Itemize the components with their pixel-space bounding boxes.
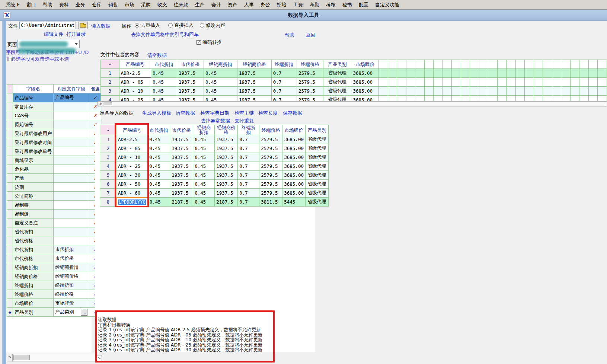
empty-cell[interactable] [461, 69, 470, 78]
field-row-indicator[interactable] [7, 272, 13, 281]
data-cell[interactable]: 0.45 [193, 135, 215, 144]
remove-duplicates-link[interactable]: 去掉重复 [234, 118, 254, 124]
file-table-header-empty[interactable] [397, 60, 406, 69]
menu-item[interactable]: 考勤 [306, 0, 323, 9]
empty-cell[interactable] [525, 87, 534, 96]
field-name-cell[interactable]: 公司简称 [13, 192, 54, 201]
empty-cell[interactable] [497, 78, 506, 87]
field-name-cell[interactable]: 终端价格 [13, 290, 54, 299]
data-cell[interactable]: 0.45 [148, 189, 170, 198]
field-row-indicator[interactable] [7, 174, 13, 183]
menu-item[interactable]: 资产 [224, 0, 241, 9]
data-cell[interactable]: 3685.00 [351, 69, 379, 78]
import-table-header[interactable]: 终端价格 [259, 125, 282, 135]
field-row-indicator[interactable] [7, 263, 13, 272]
file-table-header[interactable]: 市代价格 [177, 60, 204, 69]
empty-cell[interactable] [479, 96, 488, 101]
file-table-header-empty[interactable] [552, 60, 561, 69]
data-cell[interactable]: 1937.5 [170, 153, 193, 162]
read-data-link[interactable]: 读入数据 [91, 23, 111, 29]
data-cell[interactable]: 0.7 [238, 153, 259, 162]
empty-cell[interactable] [598, 69, 607, 78]
data-cell[interactable]: 0.7 [238, 180, 259, 189]
empty-cell[interactable] [388, 96, 397, 101]
data-cell[interactable]: 0.7 [271, 78, 297, 87]
field-row-indicator[interactable] [7, 201, 13, 210]
data-cell[interactable]: 0.45 [193, 189, 215, 198]
field-name-cell[interactable]: 采订最后修改用户 [13, 129, 54, 138]
field-row[interactable]: 市场牌价市场牌价✓ [7, 299, 102, 308]
menu-item[interactable]: 人事 [241, 0, 257, 9]
data-cell[interactable]: 0.45 [148, 135, 170, 144]
field-table-header[interactable]: 对应文件字段 [54, 84, 89, 93]
field-name-cell[interactable]: 省代价格 [13, 236, 54, 245]
field-row[interactable]: 采订最后修改单号✗ [7, 147, 102, 156]
field-row[interactable]: 公司简称✗ [7, 192, 102, 201]
data-cell[interactable]: ADR - 10 [116, 153, 148, 162]
empty-cell[interactable] [406, 78, 415, 87]
data-cell[interactable]: 3685.00 [351, 96, 379, 101]
ellipsis-button[interactable]: … [81, 309, 87, 316]
data-cell[interactable]: ADR - 05 [119, 78, 151, 87]
empty-cell[interactable] [424, 96, 433, 101]
empty-cell[interactable] [552, 78, 561, 87]
field-row[interactable]: 易制爆✗ [7, 210, 102, 218]
empty-cell[interactable] [515, 87, 524, 96]
row-number-cell[interactable]: 7 [100, 189, 116, 198]
field-name-cell[interactable]: 产品类别 [13, 308, 54, 317]
data-cell[interactable]: 0.7 [238, 162, 259, 171]
empty-cell[interactable] [397, 78, 406, 87]
empty-cell[interactable] [388, 69, 397, 78]
generate-template-link[interactable]: 生成导入模板 [142, 110, 171, 116]
data-cell[interactable]: 1937.5 [170, 162, 193, 171]
empty-cell[interactable] [588, 69, 597, 78]
field-row[interactable]: 市代价格市代价格✓ [7, 254, 102, 263]
import-table-header[interactable]: 经销商价格 [215, 125, 238, 135]
field-row[interactable]: 采订最后修改时间✗ [7, 138, 102, 147]
row-number-cell[interactable]: 3 [100, 153, 116, 162]
field-name-cell[interactable]: 货期 [13, 183, 54, 192]
mapped-field-cell[interactable]: 经销商折扣 [54, 263, 89, 272]
field-name-cell[interactable]: 采订最后修改单号 [13, 147, 54, 156]
empty-cell[interactable] [561, 78, 570, 87]
data-cell[interactable]: 3685.00 [282, 162, 306, 171]
remove-abnormal-link[interactable]: 去掉异常数据 [201, 118, 230, 124]
row-number-cell[interactable]: 2 [100, 144, 116, 153]
empty-cell[interactable] [415, 96, 424, 101]
clear-import-data-link[interactable]: 清空数据 [176, 110, 195, 116]
data-cell[interactable]: 3685.00 [282, 144, 306, 153]
mapped-field-cell[interactable] [54, 192, 89, 201]
file-table-header[interactable]: 终端折扣 [271, 60, 297, 69]
data-cell[interactable]: 3685.00 [282, 171, 306, 180]
empty-cell[interactable] [570, 78, 579, 87]
data-cell[interactable]: 0.45 [204, 69, 237, 78]
field-row[interactable]: ◆产品类别产品类别…✓ [7, 308, 102, 317]
empty-cell[interactable] [443, 69, 451, 78]
menu-item[interactable]: 会计 [208, 0, 224, 9]
menu-item[interactable]: 帮助 [39, 0, 56, 9]
data-cell[interactable]: 2579.5 [297, 87, 323, 96]
import-table-header[interactable]: 经销商折扣 [193, 125, 215, 135]
scroll-right-icon[interactable]: > [96, 355, 102, 362]
file-table-header[interactable]: 经销商折扣 [204, 60, 237, 69]
data-cell[interactable]: 2579.5 [259, 189, 282, 198]
field-row[interactable]: 危化品✗ [7, 165, 102, 174]
menu-item[interactable]: 生产 [192, 0, 208, 9]
field-row[interactable]: 经销商折扣经销商折扣✓ [7, 263, 102, 272]
operation-radio-2[interactable]: 直接插入 [168, 22, 194, 29]
empty-cell[interactable] [515, 96, 524, 101]
mapped-field-cell[interactable] [54, 111, 89, 120]
mapped-field-cell[interactable] [54, 138, 89, 147]
empty-cell[interactable] [397, 87, 406, 96]
field-row-indicator[interactable] [7, 281, 13, 290]
empty-cell[interactable] [570, 87, 579, 96]
import-table-row[interactable]: 8LPDDDRLYYQ0.452187.50.452187.50.73811.5… [100, 198, 329, 207]
data-cell[interactable]: 0.45 [151, 78, 177, 87]
field-row-indicator[interactable] [7, 290, 13, 299]
file-table-header[interactable]: 经销商价格 [237, 60, 271, 69]
empty-cell[interactable] [552, 87, 561, 96]
field-row[interactable]: 自定义备注✗ [7, 218, 102, 227]
open-directory-link[interactable]: 打开目录 [66, 31, 86, 38]
empty-cell[interactable] [470, 69, 479, 78]
file-table-header-empty[interactable] [561, 60, 570, 69]
